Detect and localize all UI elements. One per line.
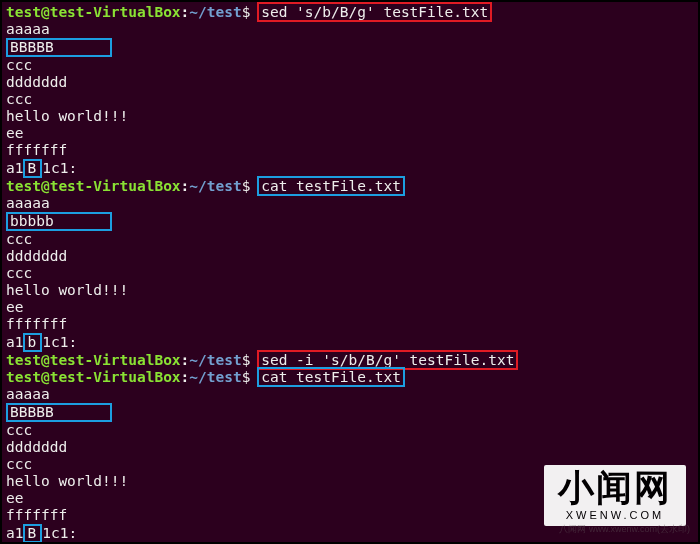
output-line: ccc <box>6 422 694 439</box>
highlight-b: b <box>23 333 42 352</box>
output-line: ee <box>6 299 694 316</box>
prompt-user: test@test-VirtualBox <box>6 352 181 368</box>
prompt-user: test@test-VirtualBox <box>6 178 181 194</box>
watermark-hint: 八闻网 www.xwenw.com(去水印) <box>559 521 690 538</box>
output-line: ee <box>6 125 694 142</box>
highlight-BBBBB: BBBBB <box>6 403 112 422</box>
command-cat: cat testFile.txt <box>257 367 405 387</box>
output-line: hello world!!! <box>6 108 694 125</box>
prompt-path: ~/test <box>189 352 241 368</box>
terminal[interactable]: test@test-VirtualBox:~/test$ sed 's/b/B/… <box>6 4 694 544</box>
output-line: ccc <box>6 265 694 282</box>
output-line: fffffff <box>6 142 694 159</box>
output-line: ddddddd <box>6 439 694 456</box>
output-line: aaaaa <box>6 21 694 38</box>
prompt-path: ~/test <box>189 369 241 385</box>
highlight-B: B <box>23 159 42 178</box>
prompt-path: ~/test <box>189 178 241 194</box>
highlight-bbbbb: bbbbb <box>6 212 112 231</box>
output-line-highlight: BBBBB <box>6 403 694 422</box>
prompt-path: ~/test <box>189 4 241 20</box>
highlight-B: B <box>23 524 42 543</box>
output-line: aaaaa <box>6 195 694 212</box>
prompt-user: test@test-VirtualBox <box>6 4 181 20</box>
output-line: fffffff <box>6 316 694 333</box>
output-line: ccc <box>6 91 694 108</box>
prompt-line-1: test@test-VirtualBox:~/test$ sed 's/b/B/… <box>6 4 694 21</box>
output-line: hello world!!! <box>6 282 694 299</box>
highlight-BBBBB: BBBBB <box>6 38 112 57</box>
watermark-title: 小闻网 <box>558 469 672 507</box>
watermark: 小闻网 XWENW.COM <box>544 465 686 526</box>
command-cat: cat testFile.txt <box>257 176 405 196</box>
output-line-highlight: BBBBB <box>6 38 694 57</box>
output-line-highlight: bbbbb <box>6 212 694 231</box>
output-line: ccc <box>6 231 694 248</box>
prompt-line-4: test@test-VirtualBox:~/test$ cat testFil… <box>6 369 694 386</box>
output-line: aaaaa <box>6 386 694 403</box>
prompt-user: test@test-VirtualBox <box>6 369 181 385</box>
command-sed: sed 's/b/B/g' testFile.txt <box>257 2 492 22</box>
output-line: ddddddd <box>6 74 694 91</box>
prompt-line-2: test@test-VirtualBox:~/test$ cat testFil… <box>6 178 694 195</box>
output-line: ddddddd <box>6 248 694 265</box>
output-line: ccc <box>6 57 694 74</box>
